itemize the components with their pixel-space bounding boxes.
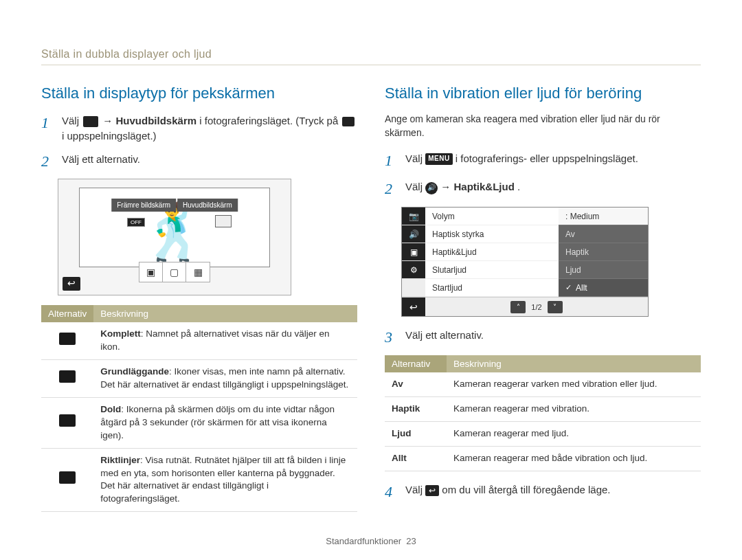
bold-term: Haptik&Ljud [454, 181, 515, 192]
text: Välj [62, 115, 82, 126]
menu-icon: MENU [425, 153, 452, 165]
right-step-4: 4 Välj ↩ om du vill återgå till föregåen… [385, 481, 701, 503]
table-row: Dold: Ikonerna på skärmen döljs om du in… [41, 397, 357, 448]
page-up-button[interactable]: ˄ [510, 301, 526, 313]
complete-view-icon [59, 333, 76, 345]
setting-labels-column: Volym Haptisk styrka Haptik&Ljud Slutarl… [425, 208, 559, 297]
step-number: 1 [41, 112, 54, 144]
tab-front-display[interactable]: Främre bildskärm [111, 199, 176, 212]
option-desc: Kameran reagerar varken med vibration el… [447, 372, 701, 396]
text: i fotograferings- eller uppspelningsläge… [456, 153, 638, 164]
table-row: Komplett: Namnet på alternativet visas n… [41, 322, 357, 359]
option-ljud[interactable]: Ljud [559, 261, 648, 279]
text: Välj ett alternativ. [405, 326, 701, 348]
footer-section: Standardfunktioner [326, 536, 401, 546]
setting-row-volume[interactable]: Volym [425, 208, 559, 225]
right-section-title: Ställa in vibration eller ljud för berör… [385, 85, 701, 102]
display-option-complete-icon[interactable]: ▣ [139, 262, 163, 282]
col-header-desc: Beskrivning [447, 355, 701, 372]
basic-view-icon [59, 370, 76, 383]
text: Välj [405, 484, 425, 495]
page-indicator: 1/2 [531, 303, 541, 311]
touchscreen-display-mock: 🕺 Främre bildskärm Huvudbildskärm OFF ▣ … [58, 179, 291, 295]
setting-row-haptic-sound[interactable]: Haptik&Ljud [425, 243, 559, 261]
setting-row-shutter-sound[interactable]: Slutarljud [425, 261, 559, 279]
category-icon-column: 📷 🔊 ▣ ⚙ [402, 208, 425, 297]
sound-icon [425, 182, 438, 194]
setting-row-start-sound[interactable]: Startljud [425, 279, 559, 297]
current-volume-value: : Medium [559, 208, 648, 225]
display-category-icon[interactable]: ▣ [402, 243, 425, 261]
settings-category-icon[interactable]: ⚙ [402, 261, 425, 279]
display-option-basic-icon[interactable]: ▢ [163, 262, 186, 282]
text: om du vill återgå till föregående läge. [442, 484, 610, 495]
term: Grundläggande [100, 366, 169, 377]
option-desc: Kameran reagerar med vibration. [447, 397, 701, 422]
page-number: 23 [406, 536, 416, 546]
display-type-toolbar: ▣ ▢ ▦ [139, 262, 210, 282]
tab-main-display[interactable]: Huvudbildskärm [177, 199, 238, 212]
haptic-options-table: Alternativ Beskrivning Av Kameran reager… [385, 355, 701, 471]
left-column: Ställa in displaytyp för pekskärmen 1 Vä… [41, 85, 357, 512]
col-header-option: Alternativ [385, 355, 447, 372]
display-option-icon[interactable] [215, 215, 232, 227]
display-mode-icon [83, 116, 98, 127]
table-row: Allt Kameran reagerar med både vibration… [385, 446, 701, 471]
value-popup-column: : Medium Av Haptik Ljud Allt [559, 208, 648, 297]
sound-category-icon[interactable]: 🔊 [402, 225, 425, 243]
back-button[interactable]: ↩ [63, 277, 80, 291]
table-row: Riktlinjer: Visa rutnät. Rutnätet hjälpe… [41, 448, 357, 512]
option-key: Ljud [385, 422, 447, 447]
option-desc: Kameran reagerar med både vibration och … [447, 446, 701, 471]
bold-term: Huvudbildskärm [116, 115, 197, 126]
text: i uppspelningsläget.) [62, 130, 157, 142]
text: Välj [405, 153, 425, 164]
table-row: Haptik Kameran reagerar med vibration. [385, 397, 701, 422]
text: . [517, 181, 520, 192]
step-number: 1 [385, 150, 397, 172]
text: Välj [405, 181, 425, 192]
step-number: 2 [41, 150, 54, 172]
page-down-button[interactable]: ˅ [548, 301, 563, 313]
table-row: Ljud Kameran reagerar med ljud. [385, 422, 701, 447]
table-row: Av Kameran reagerar varken med vibration… [385, 372, 701, 396]
left-step-2: 2 Välj ett alternativ. [41, 150, 357, 172]
haptic-sound-settings-mock: 📷 🔊 ▣ ⚙ Volym Haptisk styrka Haptik&Ljud… [401, 207, 649, 317]
display-option-grid-icon[interactable]: ▦ [186, 262, 210, 282]
option-haptik[interactable]: Haptik [559, 243, 648, 261]
table-row: Grundläggande: Ikoner visas, men inte na… [41, 360, 357, 398]
off-badge: OFF [127, 218, 145, 227]
setting-row-haptic-strength[interactable]: Haptisk styrka [425, 225, 559, 243]
right-step-1: 1 Välj MENU i fotograferings- eller upps… [385, 150, 701, 172]
text: Välj ett alternativ. [62, 150, 357, 172]
term: Komplett [100, 328, 141, 339]
option-key: Av [385, 372, 447, 396]
hidden-view-icon [59, 414, 76, 427]
text: → [440, 181, 453, 192]
back-button[interactable]: ↩ [402, 298, 425, 316]
desc: : Ikonerna på skärmen döljs om du inte v… [100, 404, 335, 440]
camera-icon[interactable]: 📷 [402, 208, 425, 225]
step-number: 2 [385, 178, 397, 200]
pager: ˄ 1/2 ˅ [425, 301, 648, 313]
right-column: Ställa in vibration eller ljud för berör… [385, 85, 701, 512]
option-key: Haptik [385, 397, 447, 422]
right-step-3: 3 Välj ett alternativ. [385, 326, 701, 348]
step-number: 4 [385, 481, 397, 503]
option-key: Allt [385, 446, 447, 471]
display-options-table: Alternativ Beskrivning Komplett: Namnet … [41, 305, 357, 512]
option-allt-selected[interactable]: Allt [559, 279, 648, 297]
return-icon: ↩ [425, 485, 439, 496]
term: Riktlinjer [100, 455, 140, 465]
term: Dold [100, 404, 121, 414]
option-av[interactable]: Av [559, 225, 648, 243]
breadcrumb: Ställa in dubbla displayer och ljud [41, 48, 701, 65]
page-footer: Standardfunktioner 23 [0, 536, 742, 546]
col-header-desc: Beskrivning [93, 305, 357, 322]
right-step-2: 2 Välj → Haptik&Ljud . [385, 178, 701, 200]
left-section-title: Ställa in displaytyp för pekskärmen [41, 85, 357, 102]
left-step-1: 1 Välj → Huvudbildskärm i fotograferings… [41, 112, 357, 144]
text: → [102, 115, 115, 126]
text: i fotograferingsläget. (Tryck på [199, 115, 341, 126]
option-desc: Kameran reagerar med ljud. [447, 422, 701, 447]
